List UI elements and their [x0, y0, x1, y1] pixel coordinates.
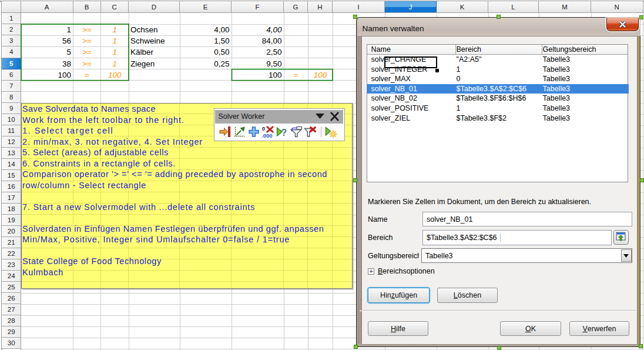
svg-text:0: 0 [262, 126, 265, 132]
svg-text:?: ? [281, 128, 287, 138]
svg-text:.000: .000 [261, 132, 273, 138]
